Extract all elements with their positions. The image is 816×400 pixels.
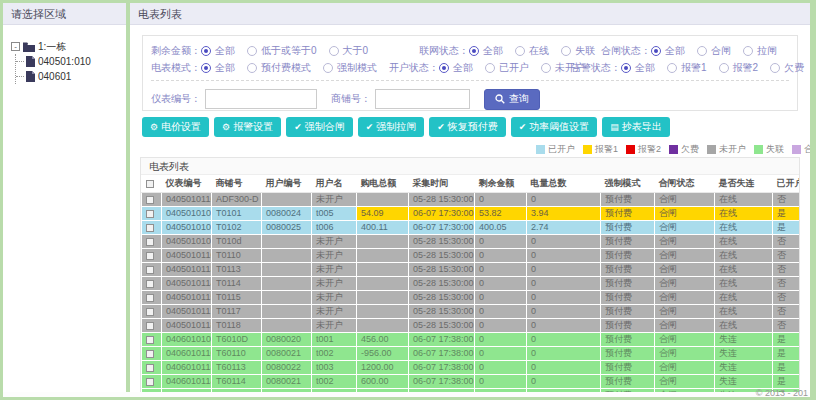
radio-option[interactable]: 强制模式 (323, 61, 377, 75)
radio-option-label: 全部 (215, 44, 235, 58)
radio-option-label: 失联 (575, 44, 595, 58)
row-checkbox[interactable] (146, 350, 154, 358)
tree-child-node[interactable]: 040501:010 (16, 54, 120, 69)
tree-child-label[interactable]: 040501:010 (38, 56, 91, 67)
table-row: 0405010110T0110未开户05-28 15:30:0000预付费合闸在… (142, 248, 801, 262)
table-cell: 0080022 (262, 360, 312, 374)
radio-option[interactable]: 在线 (515, 44, 549, 58)
报警设置-button[interactable]: ⚙报警设置 (214, 117, 281, 137)
table-cell (262, 318, 312, 332)
radio-selected-icon[interactable] (469, 46, 479, 56)
row-checkbox[interactable] (146, 294, 154, 302)
table-cell: 0 (475, 304, 527, 318)
radio-selected-icon[interactable] (201, 63, 211, 73)
tree-collapse-icon[interactable]: - (11, 42, 20, 51)
radio-option[interactable]: 低于或等于0 (247, 44, 317, 58)
row-checkbox-cell (142, 346, 162, 360)
select-all-checkbox[interactable] (146, 180, 154, 188)
radio-option[interactable]: 全部 (201, 61, 235, 75)
radio-option-label: 全部 (635, 61, 655, 75)
radio-selected-icon[interactable] (439, 63, 449, 73)
radio-option[interactable]: 全部 (621, 61, 655, 75)
radio-option[interactable]: 全部 (201, 44, 235, 58)
row-checkbox[interactable] (146, 252, 154, 260)
radio-option[interactable]: 已开户 (485, 61, 529, 75)
table-cell: 0 (527, 192, 601, 206)
radio-selected-icon[interactable] (201, 46, 211, 56)
radio-option[interactable]: 欠费 (770, 61, 804, 75)
filter-row: 电表模式：全部预付费模式强制模式开户状态：全部已开户未开户告警状态：全部报警1报… (151, 59, 789, 76)
row-checkbox[interactable] (146, 224, 154, 232)
table-cell: 0405010110 (162, 248, 212, 262)
legend-item: 欠费 (669, 143, 699, 156)
row-checkbox[interactable] (146, 280, 154, 288)
table-cell (357, 318, 409, 332)
table-cell: 0 (475, 192, 527, 206)
search-button[interactable]: 查询 (484, 89, 540, 110)
row-checkbox[interactable] (146, 308, 154, 316)
file-icon (26, 56, 35, 67)
row-checkbox[interactable] (146, 322, 154, 330)
radio-unselected-icon[interactable] (541, 63, 551, 73)
radio-unselected-icon[interactable] (247, 46, 257, 56)
强制拉闸-button[interactable]: ✔强制拉闸 (358, 117, 425, 137)
恢复预付费-button[interactable]: ✔恢复预付费 (429, 117, 506, 137)
row-checkbox[interactable] (146, 364, 154, 372)
row-checkbox[interactable] (146, 336, 154, 344)
radio-selected-icon[interactable] (621, 63, 631, 73)
radio-unselected-icon[interactable] (697, 46, 707, 56)
radio-option[interactable]: 全部 (469, 44, 503, 58)
radio-unselected-icon[interactable] (323, 63, 333, 73)
radio-option[interactable]: 全部 (439, 61, 473, 75)
radio-option[interactable]: 大于0 (329, 44, 369, 58)
radio-unselected-icon[interactable] (719, 63, 729, 73)
table-cell: 0 (475, 248, 527, 262)
row-checkbox[interactable] (146, 210, 154, 218)
tree-root-node[interactable]: - 1:一栋 (11, 39, 120, 54)
legend-item: 未开户 (707, 143, 746, 156)
table-row: 0405010115T0115未开户05-28 15:30:0000预付费合闸在… (142, 290, 801, 304)
radio-option[interactable]: 全部 (651, 44, 685, 58)
table-cell: 未开户 (312, 234, 357, 248)
radio-selected-icon[interactable] (651, 46, 661, 56)
radio-option[interactable]: 拉闸 (743, 44, 777, 58)
tree-root-label[interactable]: 1:一栋 (38, 40, 66, 54)
table-cell: 在线 (715, 262, 773, 276)
shop-no-input[interactable] (375, 89, 470, 109)
radio-option[interactable]: 合闸 (697, 44, 731, 58)
radio-option-label: 低于或等于0 (261, 44, 317, 58)
legend-label: 欠费 (681, 143, 699, 156)
row-checkbox-cell (142, 262, 162, 276)
功率阈值设置-button[interactable]: ✔功率阈值设置 (511, 117, 598, 137)
row-checkbox-cell (142, 206, 162, 220)
radio-unselected-icon[interactable] (667, 63, 677, 73)
row-checkbox[interactable] (146, 378, 154, 386)
row-checkbox[interactable] (146, 196, 154, 204)
radio-unselected-icon[interactable] (561, 46, 571, 56)
radio-unselected-icon[interactable] (515, 46, 525, 56)
radio-option[interactable]: 失联 (561, 44, 595, 58)
table-cell: T0114 (212, 276, 262, 290)
table-cell: 0406010114 (162, 374, 212, 388)
row-checkbox[interactable] (146, 238, 154, 246)
radio-option[interactable]: 报警2 (719, 61, 759, 75)
radio-unselected-icon[interactable] (247, 63, 257, 73)
row-checkbox[interactable] (146, 266, 154, 274)
tree-child-node[interactable]: 040601 (16, 69, 120, 84)
radio-unselected-icon[interactable] (329, 46, 339, 56)
radio-unselected-icon[interactable] (485, 63, 495, 73)
filter-group: 合闸状态：全部合闸拉闸 (601, 44, 789, 58)
radio-unselected-icon[interactable] (743, 46, 753, 56)
radio-option[interactable]: 报警1 (667, 61, 707, 75)
tree-child-label[interactable]: 040601 (38, 71, 71, 82)
radio-option[interactable]: 预付费模式 (247, 61, 311, 75)
电价设置-button[interactable]: ⚙电价设置 (142, 117, 209, 137)
table-row: 0405010114T0114未开户05-28 15:30:0000预付费合闸在… (142, 276, 801, 290)
legend-swatch (707, 145, 716, 154)
radio-unselected-icon[interactable] (770, 63, 780, 73)
table-cell: 54.09 (357, 206, 409, 220)
table-cell (357, 290, 409, 304)
抄表导出-button[interactable]: ▤抄表导出 (602, 117, 670, 137)
meter-no-input[interactable] (205, 89, 317, 109)
强制合闸-button[interactable]: ✔强制合闸 (286, 117, 353, 137)
